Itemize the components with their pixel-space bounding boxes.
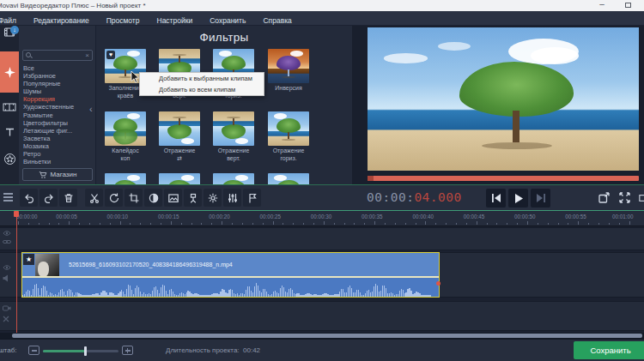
filter-thumbnail[interactable] — [268, 111, 309, 146]
filter-thumbnail[interactable] — [159, 173, 200, 184]
horizontal-scrollbar[interactable] — [0, 333, 644, 339]
video-preview[interactable] — [368, 27, 639, 171]
zoom-out-button[interactable] — [28, 346, 39, 355]
collapse-panel-chevron[interactable]: ‹ — [89, 105, 93, 114]
link-icon[interactable] — [3, 239, 11, 244]
stabilization-button[interactable] — [184, 189, 202, 207]
color-adjustments-button[interactable] — [144, 189, 162, 207]
filter-thumbnail[interactable] — [213, 111, 254, 146]
filter-card[interactable]: Отражениегориз. — [268, 111, 309, 146]
favorite-heart-icon[interactable]: ♥ — [106, 51, 115, 59]
play-button[interactable] — [508, 189, 528, 208]
category-item[interactable]: Шумы — [19, 87, 96, 95]
marker-button[interactable] — [243, 189, 261, 207]
clear-search-icon[interactable]: × — [85, 52, 89, 59]
rail-item-filters[interactable] — [0, 51, 19, 93]
filter-card[interactable]: Инверсия — [268, 49, 309, 83]
rail-item-transitions[interactable] — [0, 96, 19, 118]
trim-handle[interactable] — [436, 281, 440, 286]
clip-properties-button[interactable] — [204, 189, 222, 207]
marker-icon — [246, 192, 258, 204]
filter-card[interactable]: Отражение⇄ — [159, 111, 200, 146]
duration-label: Длительность проекта: — [166, 346, 240, 354]
pan-zoom-button[interactable] — [164, 189, 182, 207]
undo-button[interactable] — [20, 189, 38, 207]
next-frame-button[interactable] — [531, 189, 550, 208]
audio-levels-button[interactable] — [223, 189, 241, 207]
redo-button[interactable] — [39, 189, 58, 207]
context-menu-item[interactable]: Добавить к выбранным клипам — [140, 73, 264, 84]
audio-track[interactable] — [0, 301, 644, 331]
menu-item-2[interactable]: Редактирование — [25, 14, 98, 26]
clip-thumbnail — [35, 254, 59, 276]
filter-thumbnail[interactable] — [105, 111, 146, 146]
rail-item-stickers[interactable] — [0, 146, 19, 171]
playhead-line[interactable] — [16, 211, 17, 333]
rail-item-import-media[interactable]: ↓ — [0, 26, 19, 39]
delete-button[interactable] — [59, 189, 77, 207]
clip-audio-waveform[interactable] — [22, 280, 439, 297]
previous-frame-button[interactable] — [486, 189, 506, 208]
fullscreen-button[interactable] — [617, 190, 633, 206]
filter-thumbnail[interactable] — [159, 111, 200, 146]
clip-video-part[interactable]: ★ 52615698_616093102170520_4083841864963… — [22, 253, 439, 278]
timeline-zoom-slider[interactable] — [43, 350, 118, 352]
filter-card[interactable] — [213, 173, 254, 184]
preview-mode-button[interactable] — [639, 190, 644, 206]
scrollbar-handle[interactable] — [12, 334, 642, 338]
category-item[interactable]: Избранное — [19, 72, 96, 80]
filter-thumbnail[interactable] — [268, 173, 309, 184]
zoom-in-button[interactable] — [122, 346, 133, 355]
context-menu-item[interactable]: Добавить ко всем клипам — [140, 84, 264, 95]
category-item[interactable]: Коррекция — [19, 95, 96, 103]
menu-item-5[interactable]: Сохранить — [201, 14, 254, 26]
menu-item-4[interactable]: Настройки — [149, 14, 202, 26]
eye-icon[interactable] — [3, 264, 11, 271]
category-item[interactable]: Размытие — [19, 111, 96, 119]
menu-item-6[interactable]: Справка — [254, 14, 300, 26]
timeline-clip[interactable]: ★ 52615698_616093102170520_4083841864963… — [22, 253, 439, 297]
category-item[interactable]: Засветка — [19, 135, 96, 142]
filter-thumbnail[interactable] — [268, 49, 309, 83]
category-item[interactable]: Виньетки — [19, 158, 96, 165]
category-item[interactable]: Популярные — [19, 80, 96, 87]
minimize-button[interactable]: – — [594, 0, 610, 9]
timeline-menu-icon[interactable] — [3, 193, 13, 202]
rotate-button[interactable] — [105, 189, 123, 207]
category-item[interactable]: Цветофильтры — [19, 119, 96, 127]
rail-item-titles[interactable] — [0, 122, 19, 142]
menu-item-3[interactable]: Просмотр — [98, 14, 149, 26]
maximize-button[interactable] — [625, 3, 631, 8]
zoom-slider-handle[interactable] — [84, 346, 87, 356]
filter-card[interactable] — [105, 173, 146, 184]
category-item[interactable]: Художественные — [19, 103, 96, 111]
seek-bar[interactable] — [368, 176, 639, 181]
filter-card[interactable] — [159, 173, 200, 184]
category-item[interactable]: Все — [19, 64, 96, 72]
search-input[interactable]: × — [22, 50, 93, 61]
filter-thumbnail[interactable] — [105, 173, 146, 184]
scissors-icon[interactable] — [3, 316, 9, 322]
category-item[interactable]: Мозаика — [19, 142, 96, 150]
filter-card[interactable] — [268, 173, 309, 184]
eye-icon[interactable] — [3, 230, 11, 237]
menu-item-1[interactable]: Файл — [0, 14, 25, 26]
detach-preview-button[interactable] — [596, 190, 612, 206]
crop-button[interactable] — [125, 189, 143, 207]
save-button[interactable]: Сохранить — [574, 341, 644, 359]
tree — [459, 62, 574, 116]
seek-handle[interactable] — [368, 176, 374, 181]
split-button[interactable] — [85, 189, 103, 207]
speaker-icon[interactable] — [3, 274, 10, 282]
camera-icon[interactable] — [3, 305, 11, 311]
filter-card[interactable]: Калейдоскоп — [105, 111, 146, 146]
linked-track[interactable] — [0, 227, 644, 250]
timeline-ruler[interactable]: 00:00:0000:00:0500:00:1000:00:1500:00:20… — [0, 211, 644, 226]
filter-card[interactable]: Отражениеверт. — [213, 111, 254, 146]
redo-icon — [43, 192, 55, 204]
filter-thumbnail[interactable] — [213, 173, 254, 184]
category-item[interactable]: Летающие фиг... — [19, 127, 96, 135]
ruler-label: 00:00:40 — [412, 214, 434, 220]
store-button[interactable]: Магазин — [22, 168, 93, 181]
category-item[interactable]: Ретро — [19, 150, 96, 158]
